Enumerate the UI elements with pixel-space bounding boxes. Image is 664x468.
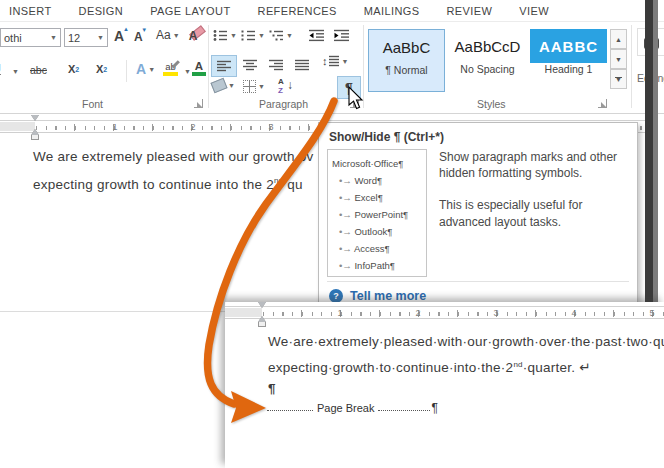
line-spacing-button[interactable]: ↕ ▼ bbox=[322, 55, 348, 67]
tab-page-layout[interactable]: PAGE LAYOUT bbox=[150, 5, 230, 17]
align-right-button[interactable] bbox=[264, 55, 288, 75]
justify-button[interactable] bbox=[290, 55, 314, 75]
clear-formatting-button[interactable]: A bbox=[184, 27, 202, 45]
change-case-button[interactable]: Aa▼ bbox=[156, 28, 180, 42]
style-no-spacing-preview: AaBbCcD bbox=[449, 29, 526, 63]
sort-z-letter: Z bbox=[278, 86, 283, 95]
horizontal-ruler-bottom[interactable]: 1 2 3 4 5 bbox=[225, 306, 664, 319]
screenshot-bottom-edge bbox=[0, 311, 226, 312]
styles-dialog-launcher-icon[interactable] bbox=[598, 99, 607, 108]
chevron-down-icon[interactable]: ▼ bbox=[50, 34, 57, 41]
chevron-down-icon[interactable]: ▼ bbox=[184, 68, 191, 75]
chevron-down-icon[interactable]: ▼ bbox=[97, 34, 104, 41]
ruler-number: 1 bbox=[335, 308, 345, 318]
tab-view[interactable]: VIEW bbox=[519, 5, 549, 17]
align-center-icon bbox=[243, 59, 258, 71]
font-color-button[interactable]: A bbox=[192, 60, 206, 76]
font-size-combo[interactable]: 12 ▼ bbox=[64, 28, 108, 47]
align-left-button[interactable] bbox=[211, 55, 237, 77]
decrease-indent-icon bbox=[308, 29, 325, 42]
pilcrow-mark: ¶ bbox=[431, 401, 437, 415]
divider bbox=[126, 60, 127, 82]
style-no-spacing[interactable]: AaBbCcD No Spacing bbox=[449, 29, 526, 92]
numbering-button[interactable]: ▼ bbox=[241, 29, 265, 42]
down-arrow-icon: ↓ bbox=[287, 78, 293, 92]
subscript-button[interactable]: X 2 bbox=[68, 63, 79, 75]
chevron-down-icon: ▼ bbox=[286, 32, 293, 39]
sort-button[interactable]: A Z ↓ bbox=[278, 77, 296, 97]
indent-marker[interactable] bbox=[258, 302, 267, 327]
window-edge bbox=[645, 0, 658, 302]
style-heading-1[interactable]: AABBC Heading 1 bbox=[530, 29, 607, 92]
underline-button-clipped[interactable]: U bbox=[0, 62, 1, 76]
underline-letter: U bbox=[0, 62, 1, 76]
pilcrow-mark: ¶ bbox=[268, 381, 276, 396]
pilcrow-icon: ¶ bbox=[345, 80, 353, 96]
borders-grid-icon bbox=[243, 80, 256, 93]
justify-icon bbox=[295, 59, 310, 71]
ruler-number: 5 bbox=[647, 308, 657, 318]
tooltip-text-2: This is especially useful for advanced l… bbox=[439, 197, 629, 229]
tooltip-title: Show/Hide ¶ (Ctrl+*) bbox=[329, 130, 444, 144]
ribbon-tab-row: INSERT DESIGN PAGE LAYOUT REFERENCES MAI… bbox=[0, 0, 664, 22]
divider bbox=[363, 25, 364, 108]
page-break-line: Page Break ¶ bbox=[267, 401, 438, 415]
tab-review[interactable]: REVIEW bbox=[447, 5, 493, 17]
hanging-indent-handle[interactable] bbox=[31, 129, 39, 135]
tooltip-illustration: Microsoft·Office¶ •→ Word¶ •→ Excel¶ •→ … bbox=[327, 149, 427, 277]
font-dialog-launcher-icon[interactable] bbox=[194, 99, 203, 108]
multilevel-list-button[interactable]: ▼ bbox=[269, 29, 293, 42]
sort-a-letter: A bbox=[278, 77, 284, 86]
styles-more-button[interactable]: ▼ bbox=[610, 69, 627, 89]
paragraph-dialog-launcher-icon[interactable] bbox=[350, 99, 359, 108]
first-line-indent-handle[interactable] bbox=[31, 115, 39, 121]
ruler-margin-area bbox=[0, 122, 35, 131]
paragraph-group-label: Paragraph bbox=[259, 98, 308, 110]
tab-references[interactable]: REFERENCES bbox=[258, 5, 337, 17]
grow-font-button[interactable]: A▲ bbox=[114, 28, 124, 44]
tell-me-more-label: Tell me more bbox=[350, 289, 426, 303]
style-normal-label: ¶ Normal bbox=[369, 64, 444, 76]
show-hide-pilcrow-button[interactable]: ¶ bbox=[337, 76, 361, 99]
chevron-down-icon: ▼ bbox=[148, 66, 155, 73]
left-indent-handle[interactable] bbox=[258, 322, 266, 327]
subscript-base: X bbox=[68, 63, 75, 75]
tell-me-more-link[interactable]: ? Tell me more bbox=[329, 289, 426, 303]
decrease-indent-button[interactable] bbox=[308, 29, 325, 42]
first-line-indent-handle[interactable] bbox=[258, 302, 266, 308]
illustration-heading: Microsoft·Office¶ bbox=[332, 155, 426, 172]
increase-indent-button[interactable] bbox=[333, 29, 350, 42]
strikethrough-letters: abc bbox=[30, 64, 47, 76]
shrink-font-button[interactable]: A▼ bbox=[134, 30, 143, 44]
tab-mailings[interactable]: MAILINGS bbox=[364, 5, 420, 17]
styles-scroll-down-button[interactable]: ▼ bbox=[610, 49, 627, 69]
font-name-combo[interactable]: othi ▼ bbox=[0, 28, 61, 47]
shading-button[interactable]: ▼ bbox=[212, 80, 235, 91]
styles-scroll-up-button[interactable]: ▲ bbox=[610, 29, 627, 49]
hanging-indent-handle[interactable] bbox=[258, 316, 266, 322]
illustration-item: •→ InfoPath¶ bbox=[332, 257, 426, 274]
text-effects-button[interactable]: A▼ bbox=[136, 61, 155, 77]
left-indent-handle[interactable] bbox=[31, 135, 39, 140]
indent-marker[interactable] bbox=[31, 115, 40, 140]
align-center-button[interactable] bbox=[238, 55, 262, 75]
spacing-lines-icon bbox=[328, 55, 340, 67]
bullets-button[interactable]: ▼ bbox=[213, 29, 237, 42]
ruler-number: 3 bbox=[491, 308, 501, 318]
illustration-item: •→ Outlook¶ bbox=[332, 223, 426, 240]
document-line: We·are·extremely·pleased·with·our·growth… bbox=[268, 334, 664, 349]
tab-design[interactable]: DESIGN bbox=[79, 5, 124, 17]
illustration-item: •→ Word¶ bbox=[332, 172, 426, 189]
numbered-list-icon bbox=[241, 29, 256, 42]
strikethrough-button[interactable]: abc bbox=[30, 64, 47, 76]
chevron-down-icon: ▼ bbox=[173, 32, 180, 39]
tab-insert[interactable]: INSERT bbox=[9, 5, 52, 17]
style-normal[interactable]: AaBbC ¶ Normal bbox=[368, 29, 445, 92]
superscript-button[interactable]: X 2 bbox=[96, 63, 107, 75]
ruler-number: 1 bbox=[110, 122, 120, 132]
ruler-number: 2 bbox=[188, 122, 198, 132]
borders-button[interactable]: ▼ bbox=[243, 80, 265, 93]
chevron-down-icon[interactable]: ▼ bbox=[12, 68, 19, 75]
highlight-color-button[interactable]: ab bbox=[163, 61, 178, 76]
paint-bucket-icon bbox=[210, 78, 227, 93]
